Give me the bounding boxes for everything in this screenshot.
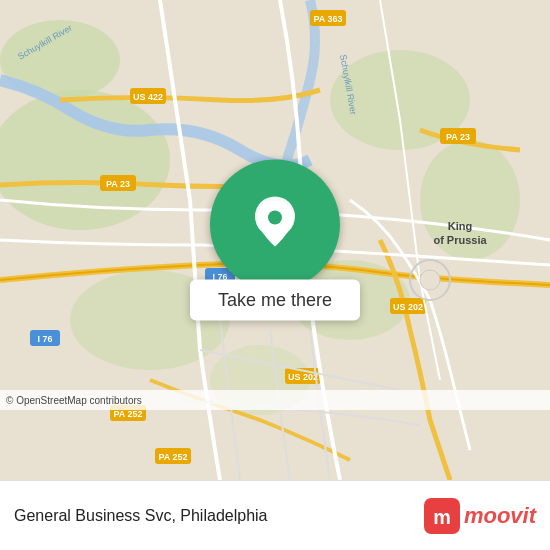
pin-icon: [249, 195, 301, 255]
location-name: General Business Svc, Philadelphia: [14, 507, 267, 525]
attribution-text: © OpenStreetMap contributors: [6, 395, 142, 406]
svg-text:PA 363: PA 363: [313, 14, 342, 24]
map-container: Schuylkill River Schuylkill River I 76 I…: [0, 0, 550, 480]
svg-text:m: m: [433, 506, 451, 528]
svg-text:PA 23: PA 23: [106, 179, 130, 189]
attribution-bar: © OpenStreetMap contributors: [0, 390, 550, 410]
svg-text:King: King: [448, 220, 472, 232]
svg-point-35: [268, 211, 282, 225]
svg-text:US 422: US 422: [133, 92, 163, 102]
svg-text:PA 252: PA 252: [113, 409, 142, 419]
svg-text:PA 23: PA 23: [446, 132, 470, 142]
svg-text:of Prussia: of Prussia: [433, 234, 487, 246]
svg-text:I 76: I 76: [37, 334, 52, 344]
svg-point-33: [420, 270, 440, 290]
bottom-bar: General Business Svc, Philadelphia m moo…: [0, 480, 550, 550]
location-circle: [210, 160, 340, 290]
moovit-logo: m moovit: [424, 498, 536, 534]
svg-text:PA 252: PA 252: [158, 452, 187, 462]
moovit-icon: m: [424, 498, 460, 534]
svg-text:US 202: US 202: [393, 302, 423, 312]
button-overlay: Take me there: [190, 160, 360, 321]
moovit-text: moovit: [464, 503, 536, 529]
take-me-there-button[interactable]: Take me there: [190, 280, 360, 321]
